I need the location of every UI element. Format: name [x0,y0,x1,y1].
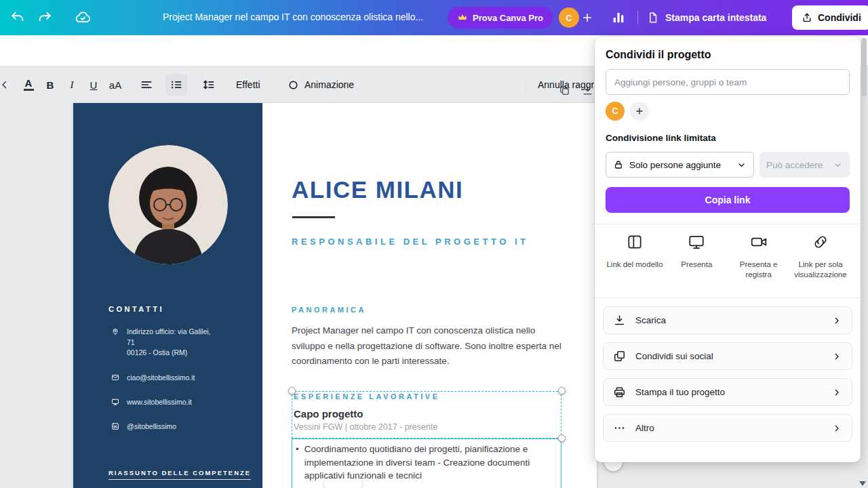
cv-overview-text[interactable]: Project Manager nel campo IT con conosce… [292,323,563,369]
selection-dashed-box[interactable] [292,391,561,439]
quick-action-view-only-link[interactable]: Link per sola visualizzazione [790,233,851,280]
share-menu: Scarica Condividi sui social Stampa il t… [595,298,861,442]
copy-link-button[interactable]: Copia link [606,187,850,213]
text-case-button[interactable]: aA [103,74,127,96]
cv-role[interactable]: RESPONSABILE DEL PROGETTO IT [292,237,528,247]
redo-icon [37,10,52,25]
cv-contacts-heading[interactable]: CONTATTI [108,305,164,313]
share-button-label: Condividi [818,12,861,23]
print-button-label: Stampa carta intestata [665,12,766,23]
share-panel: Condividi il progetto C Condivisione lin… [595,37,861,462]
collapse-panel-button[interactable] [0,74,16,96]
profile-photo[interactable] [108,145,228,264]
toolbar-divider [526,78,526,93]
text-color-button[interactable]: A [18,74,39,96]
add-member-button[interactable] [580,11,594,24]
menu-item-download[interactable]: Scarica [603,306,852,334]
cv-divider-rule [292,216,335,218]
contact-website[interactable]: www.sitobellissimo.it [111,397,250,408]
undo-icon [10,10,25,25]
contact-address[interactable]: Indirizzo ufficio: via Galilei, 71 00126… [111,327,250,359]
page-control-pill[interactable] [324,479,362,488]
bold-button[interactable]: B [39,74,61,96]
share-upload-icon [802,12,812,23]
plus-icon [635,106,644,116]
animation-button[interactable]: Animazione [288,74,354,96]
share-button[interactable]: Condividi [792,5,868,30]
animation-circle-icon [288,79,299,91]
linkedin-icon [111,422,119,430]
crown-icon [457,12,468,23]
chevron-right-icon [831,351,842,362]
chevron-right-icon [831,315,842,326]
chevron-down-icon [736,160,747,170]
chevron-right-icon [831,423,842,434]
contact-linkedin[interactable]: @sitobellissimo [111,422,250,432]
member-avatar[interactable]: C [606,102,625,121]
ungroup-button[interactable]: Annulla raggr [538,74,594,96]
scrollbar-down-arrow[interactable] [859,481,866,486]
bullet-list-icon [170,78,183,92]
undo-button[interactable] [9,9,26,26]
cv-sidebar[interactable]: CONTATTI Indirizzo ufficio: via Galilei,… [73,103,262,488]
quick-actions-row: Link del modello Presenta Presenta e reg… [595,224,861,287]
plus-icon [581,12,593,24]
avatar-letter: C [566,13,572,23]
text-color-swatch: A [24,79,34,92]
permission-dropdown[interactable]: Può accedere [760,152,850,178]
envelope-icon [111,373,119,382]
cloud-check-icon [75,9,91,26]
download-icon [613,314,626,327]
template-link-icon [626,233,644,251]
underline-button[interactable]: U [83,74,104,96]
resize-handle-top-left[interactable] [288,387,296,394]
shared-members-row: C [606,102,850,121]
add-people-input[interactable] [606,69,850,95]
link-settings-row: Solo persone aggiunte Può accedere [606,152,850,178]
sync-status-button[interactable] [75,9,91,26]
quick-action-present-record[interactable]: Presenta e registra [728,233,789,280]
align-left-icon [140,78,153,92]
cv-skills-heading[interactable]: RIASSUNTO DELLE COMPETENZE [108,469,251,480]
menu-item-more[interactable]: Altro [603,414,852,442]
line-spacing-button[interactable] [198,74,220,96]
resize-handle-middle-right[interactable] [558,434,566,442]
scrollbar-thumb[interactable] [861,38,867,96]
user-avatar[interactable]: C [559,7,579,28]
text-align-button[interactable] [136,74,157,96]
access-scope-dropdown[interactable]: Solo persone aggiunte [606,152,754,178]
document-title[interactable]: Project Manager nel campo IT con conosce… [163,12,431,22]
resize-handle-top-right[interactable] [558,387,566,394]
link-sharing-label: Condivisione link limitata [606,133,850,143]
topbar-divider [637,11,638,24]
share-panel-title: Condividi il progetto [606,49,850,61]
menu-item-share-social[interactable]: Condividi sui social [603,342,852,370]
redo-button[interactable] [37,9,53,26]
more-dots-icon [613,422,626,434]
italic-button[interactable]: I [61,74,83,96]
quick-action-present[interactable]: Presenta [666,233,727,280]
print-letterhead-button[interactable]: Stampa carta intestata [647,7,766,28]
quick-action-template-link[interactable]: Link del modello [604,233,665,280]
cv-name[interactable]: ALICE MILANI [292,176,463,203]
bullet-list-button[interactable] [165,74,187,96]
pro-button-label: Prova Canva Pro [473,13,543,23]
printer-icon [613,386,626,399]
view-only-link-icon [812,233,829,251]
cv-overview-heading[interactable]: PANORAMICA [292,306,366,314]
social-share-icon [613,350,626,363]
contact-email[interactable]: ciao@sitobellissimo.it [111,373,250,384]
cv-page[interactable]: CONTATTI Indirizzo ufficio: via Galilei,… [73,103,597,488]
line-spacing-icon [202,78,216,92]
menu-item-print[interactable]: Stampa il tuo progetto [603,378,852,406]
chevron-left-icon [0,79,11,91]
monitor-icon [111,398,119,406]
profile-photo-image [108,145,228,264]
chevron-down-icon [833,160,843,170]
insights-button[interactable] [610,9,627,26]
try-canva-pro-button[interactable]: Prova Canva Pro [448,7,553,28]
effects-button[interactable]: Effetti [236,74,260,96]
lock-icon [613,159,624,170]
add-person-button[interactable] [630,102,649,121]
present-icon [688,233,705,251]
